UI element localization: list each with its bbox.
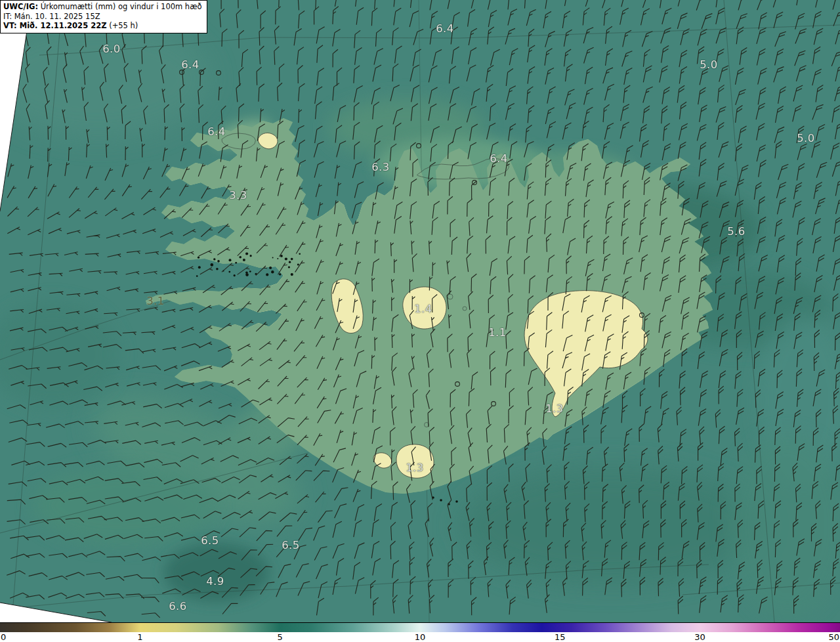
- colorbar-tick-label: 30: [694, 632, 705, 642]
- map-canvas: [0, 0, 840, 622]
- colorbar-tick-label: 1: [137, 632, 142, 642]
- colorbar-tick-label: 0: [1, 632, 6, 642]
- title-line-3: VT: Mið. 12.11.2025 22Z (+55 h): [3, 21, 202, 31]
- colorbar-tick-labels: 01510153050: [0, 632, 840, 642]
- colorbar-tick-label: 50: [828, 632, 839, 642]
- colorbar-tick-label: 15: [555, 632, 566, 642]
- title-line-1: UWC/IG: Úrkomumætti (mm) og vindur i 100…: [3, 2, 202, 12]
- colorbar-tick-label: 10: [415, 632, 426, 642]
- colorbar-tick-label: 5: [277, 632, 282, 642]
- weather-map-screen: 6.06.46.45.05.06.46.36.43.35.63.11.41.11…: [0, 0, 840, 642]
- precipitation-colorbar: [0, 622, 840, 632]
- forecast-title-box: UWC/IG: Úrkomumætti (mm) og vindur i 100…: [0, 0, 207, 33]
- title-line-2: IT: Mán. 10. 11. 2025 15Z: [3, 12, 202, 22]
